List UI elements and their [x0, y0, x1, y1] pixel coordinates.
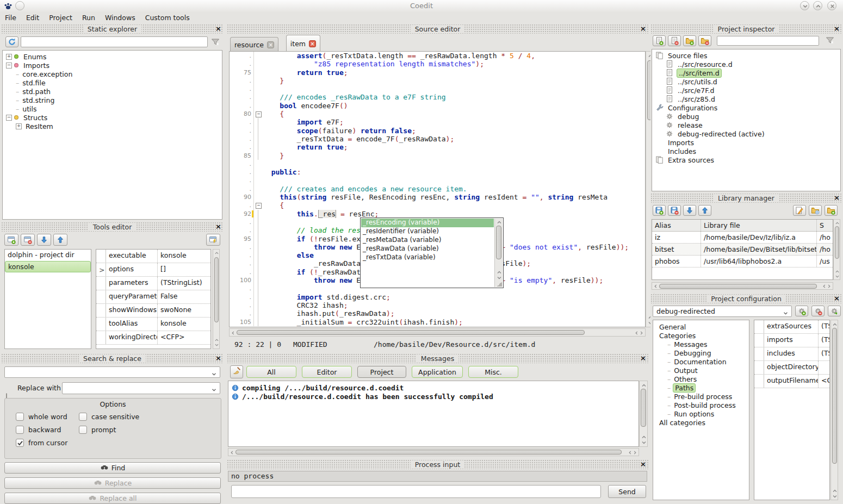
- fold-column[interactable]: [253, 218, 263, 226]
- process-input-field[interactable]: [231, 485, 601, 498]
- property-row[interactable]: >options[]: [96, 263, 210, 277]
- menu-file[interactable]: File: [0, 13, 21, 22]
- replace-button[interactable]: Replace: [4, 477, 221, 489]
- code-line[interactable]: . import std.digest.crc;: [230, 293, 645, 301]
- messages-hscrollbar[interactable]: [228, 448, 639, 456]
- fold-column[interactable]: [253, 102, 263, 110]
- tree-item[interactable]: ../src/resource.d: [654, 60, 840, 69]
- filter-project-button[interactable]: Project: [357, 366, 406, 378]
- run-tool-button[interactable]: [206, 234, 220, 246]
- property-value[interactable]: (TStringList): [158, 277, 210, 290]
- tree-item[interactable]: −Structs: [5, 113, 222, 122]
- property-value[interactable]: <CAP>: [819, 375, 829, 388]
- message-line[interactable]: compiling /.../build/resource.d.coedit: [232, 383, 639, 392]
- minimize-button[interactable]: [800, 1, 809, 10]
- completion-scrollbar[interactable]: [494, 219, 503, 287]
- fold-column[interactable]: [253, 210, 263, 218]
- fold-column[interactable]: [253, 309, 263, 318]
- message-line[interactable]: /.../build/resource.d.coedit has been su…: [232, 392, 639, 401]
- messages-vscrollbar[interactable]: [639, 381, 648, 447]
- column-header[interactable]: Library file: [701, 220, 817, 231]
- tree-expander-icon[interactable]: +: [16, 123, 22, 129]
- property-value[interactable]: (TStringList): [819, 334, 829, 347]
- inspector-clear-filter-button[interactable]: [826, 36, 839, 46]
- maximize-button[interactable]: [813, 1, 822, 10]
- code-line[interactable]: . }: [230, 77, 645, 85]
- tab-item[interactable]: item×: [286, 35, 320, 52]
- tree-item[interactable]: –std.path: [5, 87, 222, 96]
- fold-column[interactable]: [253, 152, 263, 160]
- fold-column[interactable]: [253, 127, 263, 135]
- code-line[interactable]: .: [230, 176, 645, 184]
- filter-application-button[interactable]: Application: [412, 366, 463, 378]
- code-line[interactable]: 85 }: [230, 152, 645, 160]
- move-library-down-button[interactable]: [683, 205, 696, 216]
- remove-configuration-button[interactable]: [811, 306, 825, 316]
- fold-column[interactable]: [253, 276, 263, 284]
- tree-item[interactable]: −Imports: [5, 61, 222, 70]
- property-value[interactable]: (TStringList): [819, 347, 829, 360]
- tab-close-icon[interactable]: ×: [267, 41, 274, 48]
- checkbox-case-sensitive[interactable]: [79, 413, 87, 421]
- fold-column[interactable]: [253, 77, 263, 85]
- completion-item[interactable]: _resRawData (variable): [361, 245, 494, 253]
- fold-collapse-icon[interactable]: −: [256, 111, 262, 117]
- tree-item[interactable]: General: [656, 322, 749, 331]
- tree-item[interactable]: –Messages: [656, 340, 749, 349]
- checkbox-prompt[interactable]: [79, 426, 87, 434]
- fold-column[interactable]: [253, 185, 263, 193]
- fold-column[interactable]: [253, 118, 263, 126]
- open-library-folder-button[interactable]: [825, 205, 838, 216]
- filter-all-button[interactable]: All: [246, 366, 296, 378]
- property-value[interactable]: (TStringList): [819, 320, 829, 333]
- property-row[interactable]: includes(TStringList): [754, 347, 829, 361]
- remove-tool-button[interactable]: [21, 234, 35, 246]
- configuration-selector[interactable]: debug-redirected: [653, 306, 792, 317]
- fold-column[interactable]: [253, 135, 263, 143]
- edit-library-button[interactable]: [793, 205, 806, 216]
- close-window-button[interactable]: [827, 1, 836, 10]
- tree-item[interactable]: Imports: [654, 138, 840, 147]
- code-line[interactable]: .− {: [230, 201, 645, 209]
- tree-item[interactable]: –std.file: [5, 78, 222, 87]
- close-icon[interactable]: ×: [834, 24, 840, 33]
- tree-item[interactable]: –Pre-build process: [656, 392, 749, 401]
- close-icon[interactable]: ×: [215, 24, 221, 33]
- fold-column[interactable]: [253, 301, 263, 309]
- tree-expander-icon[interactable]: +: [6, 54, 12, 60]
- editor-hscrollbar[interactable]: [229, 328, 646, 337]
- property-value[interactable]: konsole: [158, 250, 210, 263]
- library-row[interactable]: iz/home/basile/Dev/Iz/lib/iz.a/ho: [652, 232, 833, 244]
- menu-run[interactable]: Run: [77, 13, 100, 22]
- fold-column[interactable]: [253, 93, 263, 101]
- fold-column[interactable]: [253, 143, 263, 151]
- library-from-folder-button[interactable]: [809, 205, 822, 216]
- close-icon[interactable]: ×: [215, 354, 221, 362]
- add-source-button[interactable]: [653, 35, 666, 46]
- remove-library-button[interactable]: [668, 205, 681, 216]
- code-line[interactable]: 105 _initialSum = crc322uint(ihash.finis…: [230, 318, 645, 326]
- tree-item[interactable]: debug-redirected (active): [654, 129, 840, 138]
- tree-item[interactable]: –std.string: [5, 96, 222, 104]
- code-line[interactable]: . /// creates and encodes a new resource…: [230, 185, 645, 193]
- fold-column[interactable]: [253, 176, 263, 184]
- code-line[interactable]: 92 this._res = resEnc;: [230, 210, 645, 218]
- close-icon[interactable]: ×: [640, 24, 646, 33]
- code-line[interactable]: . /// encodes _resRawData to a e7F strin…: [230, 93, 645, 101]
- resize-grip[interactable]: [497, 282, 502, 287]
- fold-column[interactable]: [253, 226, 263, 234]
- code-line[interactable]: .: [230, 160, 645, 168]
- tree-item[interactable]: –Run options: [656, 409, 749, 418]
- property-row[interactable]: showWindowsswoNone: [96, 304, 210, 318]
- fold-column[interactable]: [253, 60, 263, 68]
- completion-item[interactable]: _resTxtData (variable): [361, 253, 494, 262]
- replace-combobox[interactable]: [62, 382, 220, 394]
- fold-column[interactable]: [253, 243, 263, 251]
- activate-configuration-button[interactable]: [828, 306, 841, 316]
- tree-item[interactable]: –Others: [656, 375, 749, 383]
- menu-edit[interactable]: Edit: [21, 13, 44, 22]
- tree-item[interactable]: –Documentation: [656, 357, 749, 366]
- tree-item[interactable]: Categories: [656, 331, 749, 340]
- fold-column[interactable]: [253, 268, 263, 276]
- tree-expander-icon[interactable]: −: [6, 115, 12, 121]
